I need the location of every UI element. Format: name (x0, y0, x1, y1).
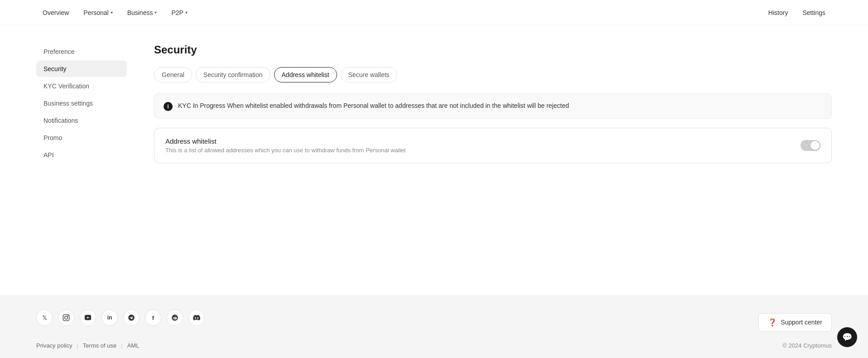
main-layout: Preference Security KYC Verification Bus… (0, 25, 868, 295)
nav-history[interactable]: History (762, 5, 795, 20)
footer-copyright: © 2024 Cryptomus (782, 342, 832, 349)
social-instagram[interactable] (58, 310, 74, 326)
sidebar-item-kyc[interactable]: KYC Verification (36, 78, 127, 94)
footer-link-terms[interactable]: Terms of use (83, 342, 116, 349)
sidebar-item-api[interactable]: API (36, 147, 127, 163)
svg-point-1 (65, 316, 68, 319)
chat-bubble-button[interactable]: 💬 (837, 327, 857, 347)
nav-settings[interactable]: Settings (796, 5, 832, 20)
social-facebook[interactable]: f (145, 310, 161, 326)
sidebar-item-security[interactable]: Security (36, 61, 127, 77)
social-links: 𝕏 in f (36, 310, 205, 326)
social-twitter[interactable]: 𝕏 (36, 310, 53, 326)
nav-personal[interactable]: Personal ▾ (77, 5, 119, 20)
top-navigation: Overview Personal ▾ Business ▾ P2P ▾ His… (0, 0, 868, 25)
tab-secure-wallets[interactable]: Secure wallets (341, 67, 397, 82)
svg-point-2 (68, 315, 68, 316)
tab-general[interactable]: General (154, 67, 192, 82)
footer-link-aml[interactable]: AML (127, 342, 140, 349)
help-icon: ❓ (768, 318, 777, 327)
whitelist-card-title: Address whitelist (165, 137, 405, 145)
page-title: Security (154, 44, 832, 56)
footer: 𝕏 in f ❓ Support center (0, 295, 868, 358)
tab-address-whitelist[interactable]: Address whitelist (274, 67, 337, 82)
social-discord[interactable] (188, 310, 205, 326)
whitelist-card: Address whitelist This is a list of allo… (154, 128, 832, 163)
nav-business[interactable]: Business ▾ (121, 5, 164, 20)
info-banner: i KYC In Progress When whitelist enabled… (154, 93, 832, 119)
social-telegram[interactable] (123, 310, 140, 326)
whitelist-card-info: Address whitelist This is a list of allo… (165, 137, 405, 154)
footer-separator-2: | (121, 342, 122, 349)
page-content: Security General Security confirmation A… (154, 44, 832, 277)
nav-right: History Settings (762, 5, 832, 20)
footer-link-privacy[interactable]: Privacy policy (36, 342, 72, 349)
social-linkedin[interactable]: in (101, 310, 118, 326)
sidebar-item-promo[interactable]: Promo (36, 130, 127, 146)
support-center-button[interactable]: ❓ Support center (758, 313, 832, 332)
whitelist-toggle[interactable] (800, 140, 820, 151)
svg-rect-0 (63, 314, 69, 320)
sidebar: Preference Security KYC Verification Bus… (36, 44, 127, 277)
whitelist-card-description: This is a list of allowed addresses whic… (165, 147, 405, 154)
sidebar-item-preference[interactable]: Preference (36, 44, 127, 60)
tab-security-confirmation[interactable]: Security confirmation (196, 67, 270, 82)
social-youtube[interactable] (80, 310, 96, 326)
sidebar-item-business-settings[interactable]: Business settings (36, 95, 127, 111)
chevron-down-icon: ▾ (185, 10, 188, 15)
info-banner-text: KYC In Progress When whitelist enabled w… (178, 101, 569, 111)
footer-separator: | (77, 342, 78, 349)
sidebar-item-notifications[interactable]: Notifications (36, 112, 127, 129)
footer-links: Privacy policy | Terms of use | AML (36, 342, 139, 349)
chevron-down-icon: ▾ (111, 10, 113, 15)
info-icon: i (164, 102, 173, 111)
footer-bottom: Privacy policy | Terms of use | AML © 20… (36, 342, 832, 349)
security-tabs: General Security confirmation Address wh… (154, 67, 832, 82)
footer-support: ❓ Support center (758, 313, 832, 332)
social-reddit[interactable] (167, 310, 183, 326)
nav-p2p[interactable]: P2P ▾ (165, 5, 193, 20)
chevron-down-icon: ▾ (154, 10, 157, 15)
nav-overview[interactable]: Overview (36, 5, 75, 20)
nav-left: Overview Personal ▾ Business ▾ P2P ▾ (36, 5, 762, 20)
